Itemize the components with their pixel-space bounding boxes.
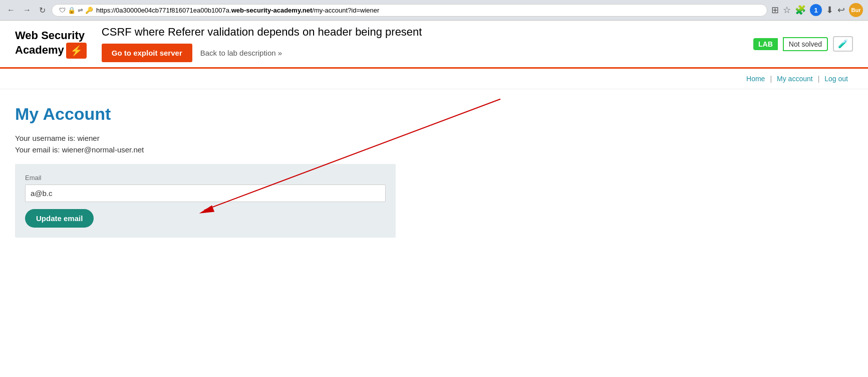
qr-code-icon[interactable]: ⊞	[771, 5, 779, 16]
site-header: Web Security Academy ⚡ CSRF where Refere…	[0, 21, 868, 69]
lab-status-area: LAB Not solved 🧪	[753, 36, 853, 52]
email-field-label: Email	[25, 174, 386, 181]
security-icons: 🛡 🔒 ⇌ 🔑	[59, 7, 93, 14]
connection-icon: ⇌	[78, 7, 83, 14]
shield-icon: 🛡	[59, 7, 66, 14]
logo-line1: Web Security	[15, 29, 87, 42]
page-heading: My Account	[15, 104, 853, 124]
url-domain: web-security-academy.net	[231, 7, 313, 14]
profile-icon[interactable]: 1	[810, 4, 822, 16]
main-content: Home | My account | Log out My Account Y…	[0, 69, 868, 349]
page-body: My Account Your username is: wiener Your…	[0, 89, 868, 253]
logo-line2: Academy	[15, 44, 64, 57]
logo-text: Web Security Academy ⚡	[15, 29, 87, 58]
exploit-server-button[interactable]: Go to exploit server	[102, 44, 192, 62]
home-link[interactable]: Home	[741, 75, 770, 83]
update-email-button[interactable]: Update email	[25, 209, 94, 228]
back-button[interactable]: ←	[5, 5, 17, 16]
header-center: CSRF where Referer validation depends on…	[102, 26, 738, 62]
header-actions: Go to exploit server Back to lab descrip…	[102, 44, 738, 62]
download-icon[interactable]: ⬇	[826, 5, 833, 16]
flask-button[interactable]: 🧪	[833, 36, 853, 52]
url-prefix: https://0a30000e04cb771f816071ea00b1007a…	[96, 7, 231, 14]
log-out-link[interactable]: Log out	[819, 75, 853, 83]
lab-status-text: Not solved	[783, 37, 828, 51]
address-bar[interactable]: 🛡 🔒 ⇌ 🔑 https://0a30000e04cb771f816071ea…	[52, 4, 767, 17]
logo: Web Security Academy ⚡	[15, 29, 87, 58]
url-display: https://0a30000e04cb771f816071ea00b1007a…	[96, 7, 760, 14]
email-input[interactable]	[25, 184, 386, 202]
extensions-icon[interactable]: 🧩	[795, 5, 806, 16]
browser-chrome: ← → ↻ 🛡 🔒 ⇌ 🔑 https://0a30000e04cb771f81…	[0, 0, 868, 21]
key-icon: 🔑	[85, 7, 93, 14]
email-info: Your email is: wiener@normal-user.net	[15, 145, 853, 154]
url-path: /my-account?id=wiener	[312, 7, 379, 14]
forward-button[interactable]: →	[21, 5, 33, 16]
back-to-lab-link[interactable]: Back to lab description »	[200, 49, 282, 57]
lock-icon: 🔒	[68, 7, 76, 14]
history-icon[interactable]: ↩	[837, 5, 845, 16]
reload-button[interactable]: ↻	[37, 5, 48, 16]
browser-toolbar: ⊞ ☆ 🧩 1 ⬇ ↩ Bur	[771, 3, 863, 17]
burp-suite-icon[interactable]: Bur	[849, 3, 863, 17]
username-info: Your username is: wiener	[15, 134, 853, 142]
logo-badge: ⚡	[66, 43, 87, 59]
email-form-container: Email Update email	[15, 164, 396, 238]
lab-badge: LAB	[753, 38, 778, 50]
my-account-link[interactable]: My account	[772, 75, 818, 83]
lab-title: CSRF where Referer validation depends on…	[102, 26, 738, 39]
bookmark-icon[interactable]: ☆	[783, 5, 791, 16]
top-nav: Home | My account | Log out	[0, 69, 868, 89]
